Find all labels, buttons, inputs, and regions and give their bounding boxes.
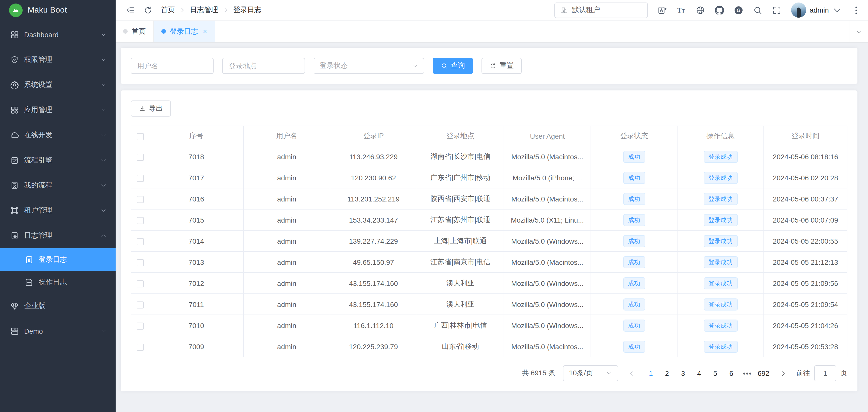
row-checkbox[interactable] (136, 217, 144, 224)
sidebar-subitem-1[interactable]: 登录日志 (0, 248, 116, 271)
select-all-checkbox[interactable] (136, 133, 144, 140)
locale-icon[interactable] (657, 5, 667, 15)
table-row[interactable]: 7012admin43.155.174.160澳大利亚Mozilla/5.0 (… (131, 273, 847, 294)
tab-2[interactable]: 登录日志× (154, 21, 215, 42)
row-checkbox[interactable] (136, 238, 144, 245)
login-location-input[interactable] (222, 58, 305, 74)
table-row[interactable]: 7017admin120.230.90.62广东省|广州市|移动Mozilla/… (131, 167, 847, 188)
sidebar-item-6[interactable]: 流程引擎 (0, 148, 116, 173)
next-page-button[interactable] (778, 366, 788, 380)
row-checkbox[interactable] (136, 154, 144, 161)
page-jump: 前往 页 (796, 365, 847, 381)
chevron-down-icon (606, 370, 612, 376)
breadcrumb-item[interactable]: 日志管理 (190, 5, 218, 14)
table-row[interactable]: 7018admin113.246.93.229湖南省|长沙市|电信Mozilla… (131, 146, 847, 167)
row-checkbox[interactable] (136, 301, 144, 308)
search-button[interactable]: 查询 (433, 58, 473, 74)
table-row[interactable]: 7010admin116.1.112.10广西|桂林市|电信Mozilla/5.… (131, 315, 847, 336)
sidebar-item-2[interactable]: 权限管理 (0, 47, 116, 72)
sidebar-item-7[interactable]: 我的流程 (0, 173, 116, 198)
page-number[interactable]: 1 (644, 366, 657, 380)
chevron-down-icon (832, 5, 842, 15)
cell-ip: 43.155.174.160 (330, 294, 417, 315)
sidebar-item-5[interactable]: 在线开发 (0, 123, 116, 148)
github-icon[interactable] (715, 5, 724, 15)
row-select-cell (131, 188, 149, 209)
sidebar-item-10[interactable]: 企业版 (0, 293, 116, 319)
breadcrumb-item[interactable]: 首页 (161, 5, 175, 14)
cell-operation: 登录成功 (677, 146, 764, 167)
cell-time: 2024-05-05 21:12:13 (764, 251, 847, 273)
cell-ip: 153.34.233.147 (330, 209, 417, 230)
table-row[interactable]: 7014admin139.227.74.229上海|上海市|联通Mozilla/… (131, 230, 847, 251)
page-number[interactable]: 5 (709, 366, 722, 380)
table-header-row: 序号用户名登录IP登录地点User Agent登录状态操作信息登录时间 (131, 126, 847, 146)
sidebar-item-11[interactable]: Demo (0, 319, 116, 344)
row-select-cell (131, 146, 149, 167)
page-number[interactable]: 4 (692, 366, 706, 380)
jump-page-input[interactable] (814, 365, 836, 381)
tabs-dropdown[interactable] (849, 21, 868, 42)
cell-operation: 登录成功 (677, 294, 764, 315)
sidebar: Maku Boot Dashboard权限管理系统设置应用管理在线开发流程引擎我… (0, 0, 116, 412)
collapse-sidebar-icon[interactable] (126, 5, 135, 15)
row-checkbox[interactable] (136, 322, 144, 329)
row-checkbox[interactable] (136, 175, 144, 182)
search-icon[interactable] (753, 5, 763, 15)
font-size-icon[interactable]: TT (677, 5, 686, 15)
reset-button[interactable]: 重置 (482, 58, 522, 74)
kebab-menu-icon[interactable] (851, 5, 861, 15)
search-icon (441, 62, 448, 69)
status-badge: 成功 (623, 319, 645, 331)
user-menu[interactable]: admin (791, 2, 842, 18)
row-checkbox[interactable] (136, 343, 144, 350)
sidebar-item-1[interactable]: Dashboard (0, 22, 116, 47)
username-input[interactable] (131, 58, 214, 74)
row-checkbox[interactable] (136, 259, 144, 266)
cell-id: 7012 (149, 273, 244, 294)
app-title: Maku Boot (28, 5, 67, 14)
clipboard-check-icon (10, 156, 19, 165)
globe-icon[interactable] (695, 5, 705, 15)
tenant-select[interactable]: 默认租户 (554, 2, 648, 18)
cell-user: admin (244, 294, 330, 315)
row-checkbox[interactable] (136, 280, 144, 287)
table-row[interactable]: 7009admin120.225.239.79山东省|移动Mozilla/5.0… (131, 336, 847, 357)
table-toolbar: 导出 (131, 100, 847, 117)
tab-close-icon[interactable]: × (203, 28, 207, 35)
table-row[interactable]: 7013admin49.65.150.97江苏省|南京市|电信Mozilla/5… (131, 251, 847, 273)
sidebar-subitem-2[interactable]: 操作日志 (0, 271, 116, 293)
page-number[interactable]: 3 (677, 366, 689, 380)
status-badge: 成功 (623, 193, 645, 205)
refresh-icon[interactable] (143, 5, 153, 15)
gitee-icon[interactable]: G (734, 5, 743, 15)
fullscreen-icon[interactable] (772, 5, 781, 15)
sidebar-item-label: Dashboard (24, 31, 100, 39)
doc-lines-icon (25, 278, 34, 287)
table-row[interactable]: 7016admin113.201.252.219陕西省|西安市|联通Mozill… (131, 188, 847, 209)
tab-1[interactable]: 首页 (116, 21, 154, 42)
cell-agent: Mozilla/5.0 (Macintos... (504, 251, 591, 273)
page-number[interactable]: 692 (757, 366, 770, 380)
tab-label: 登录日志 (170, 27, 198, 36)
sidebar-item-3[interactable]: 系统设置 (0, 72, 116, 97)
page-more-icon: ••• (741, 366, 754, 380)
export-button[interactable]: 导出 (131, 100, 171, 117)
sidebar-item-4[interactable]: 应用管理 (0, 97, 116, 123)
chevron-down-icon (855, 28, 862, 35)
page-number[interactable]: 6 (725, 366, 738, 380)
cell-location: 江苏省|南京市|电信 (417, 251, 504, 273)
page-number[interactable]: 2 (660, 366, 674, 380)
frame-icon (10, 206, 19, 215)
table-row[interactable]: 7011admin43.155.174.160澳大利亚Mozilla/5.0 (… (131, 294, 847, 315)
sidebar-item-8[interactable]: 租户管理 (0, 198, 116, 223)
main-area: 首页日志管理登录日志 默认租户 TT (116, 0, 868, 412)
prev-page-button[interactable] (626, 366, 637, 380)
login-status-select[interactable]: 登录状态 (314, 58, 424, 74)
sidebar-item-9[interactable]: 日志管理 (0, 223, 116, 248)
app-logo[interactable]: Maku Boot (0, 0, 116, 20)
cell-id: 7014 (149, 230, 244, 251)
table-row[interactable]: 7015admin153.34.233.147江苏省|苏州市|联通Mozilla… (131, 209, 847, 230)
row-checkbox[interactable] (136, 196, 144, 203)
page-size-select[interactable]: 10条/页 (563, 365, 618, 381)
